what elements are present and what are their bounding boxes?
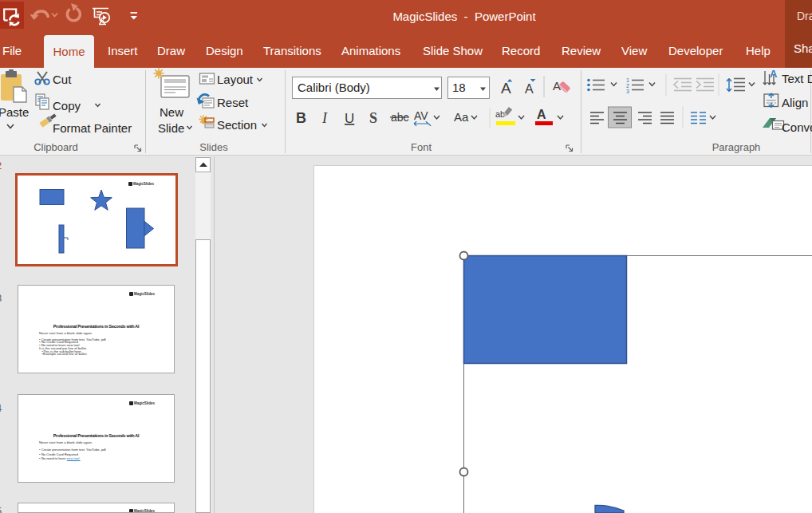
svg-text:S: S	[369, 110, 377, 126]
svg-text:B: B	[296, 110, 306, 126]
svg-text:AV: AV	[414, 109, 428, 122]
svg-text:U: U	[345, 111, 354, 126]
svg-text:ab: ab	[495, 109, 505, 119]
svg-text:A: A	[537, 108, 546, 121]
svg-text:2: 2	[626, 83, 629, 89]
svg-text:A: A	[525, 82, 534, 96]
svg-text:Aa: Aa	[454, 110, 469, 124]
svg-text:I: I	[321, 110, 328, 126]
svg-text:3: 3	[626, 89, 629, 94]
svg-text:A: A	[770, 68, 778, 80]
svg-text:1: 1	[626, 77, 629, 83]
svg-text:A: A	[501, 80, 511, 97]
